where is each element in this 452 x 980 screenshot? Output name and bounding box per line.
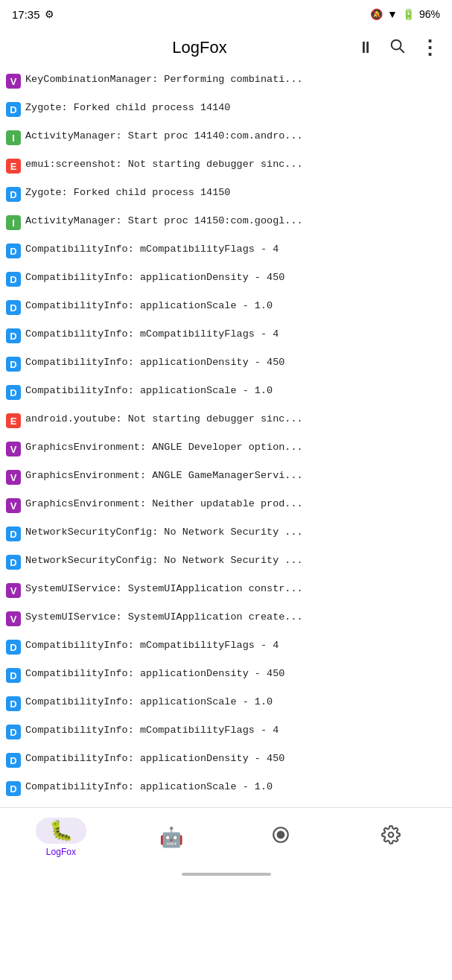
log-row: DNetworkSecurityConfig: No Network Secur… <box>0 523 452 551</box>
nav-item-android[interactable]: 🤖 <box>116 820 226 855</box>
log-level-badge-10: D <box>6 357 21 372</box>
mute-icon: 🔕 <box>370 8 383 20</box>
toolbar: LogFox ⏸ ⋮ <box>0 27 452 69</box>
battery-icon: 🔋 <box>402 8 415 20</box>
home-indicator <box>0 867 452 880</box>
log-row: VGraphicsEnvironment: ANGLE GameManagerS… <box>0 466 452 494</box>
more-options-button[interactable]: ⋮ <box>417 34 443 63</box>
log-level-badge-17: D <box>6 555 21 570</box>
log-level-badge-15: V <box>6 498 21 513</box>
settings-indicator-icon: ⚙ <box>45 8 54 20</box>
log-text-5: ActivityManager: Start proc 14150:com.go… <box>25 214 446 229</box>
app-title: LogFox <box>45 38 354 57</box>
log-row: VKeyCombinationManager: Performing combi… <box>0 70 452 98</box>
log-level-badge-4: D <box>6 187 21 202</box>
log-row: Eemui:screenshot: Not starting debugger … <box>0 155 452 183</box>
log-text-24: CompatibilityInfo: applicationDensity - … <box>25 751 446 766</box>
log-level-badge-7: D <box>6 272 21 287</box>
log-text-8: CompatibilityInfo: applicationScale - 1.… <box>25 299 446 314</box>
android-nav-icon: 🤖 <box>159 826 183 849</box>
nav-item-record[interactable] <box>226 819 337 856</box>
log-text-3: emui:screenshot: Not starting debugger s… <box>25 157 446 172</box>
log-row: DCompatibilityInfo: mCompatibilityFlags … <box>0 240 452 268</box>
log-level-badge-14: V <box>6 470 21 485</box>
log-level-badge-8: D <box>6 300 21 315</box>
log-text-15: GraphicsEnvironment: Neither updatable p… <box>25 497 446 512</box>
time-display: 17:35 <box>12 8 40 21</box>
log-text-22: CompatibilityInfo: applicationScale - 1.… <box>25 695 446 710</box>
log-row: DCompatibilityInfo: applicationScale - 1… <box>0 381 452 410</box>
log-level-badge-23: D <box>6 725 21 739</box>
log-row: DNetworkSecurityConfig: No Network Secur… <box>0 551 452 579</box>
log-level-badge-20: D <box>6 640 21 655</box>
log-text-19: SystemUIService: SystemUIApplication cre… <box>25 610 446 625</box>
log-row: DZygote: Forked child process 14150 <box>0 183 452 211</box>
log-level-badge-11: D <box>6 385 21 400</box>
log-row: IActivityManager: Start proc 14150:com.g… <box>0 211 452 240</box>
log-row: DCompatibilityInfo: applicationScale - 1… <box>0 693 452 721</box>
log-text-18: SystemUIService: SystemUIApplication con… <box>25 582 446 596</box>
record-nav-icon <box>271 825 290 850</box>
battery-percent: 96% <box>419 8 440 20</box>
log-row: DCompatibilityInfo: applicationScale - 1… <box>0 777 452 806</box>
log-text-4: Zygote: Forked child process 14150 <box>25 185 446 200</box>
log-level-badge-9: D <box>6 328 21 343</box>
pause-button[interactable]: ⏸ <box>354 35 377 60</box>
toolbar-actions: ⏸ ⋮ <box>354 34 443 63</box>
logfox-nav-label: LogFox <box>46 847 76 857</box>
log-row: DCompatibilityInfo: mCompatibilityFlags … <box>0 636 452 664</box>
log-text-14: GraphicsEnvironment: ANGLE GameManagerSe… <box>25 468 446 483</box>
log-level-badge-1: D <box>6 102 21 117</box>
log-text-6: CompatibilityInfo: mCompatibilityFlags -… <box>25 242 446 257</box>
log-text-16: NetworkSecurityConfig: No Network Securi… <box>25 525 446 540</box>
log-row: Eandroid.youtube: Not starting debugger … <box>0 410 452 438</box>
log-text-0: KeyCombinationManager: Performing combin… <box>25 72 446 87</box>
log-level-badge-2: I <box>6 130 21 145</box>
log-text-20: CompatibilityInfo: mCompatibilityFlags -… <box>25 638 446 653</box>
svg-point-4 <box>389 833 394 838</box>
log-row: VGraphicsEnvironment: ANGLE Developer op… <box>0 438 452 466</box>
status-icons: 🔕 ▼ 🔋 96% <box>370 8 440 20</box>
log-level-badge-18: V <box>6 583 21 598</box>
svg-line-1 <box>400 48 404 52</box>
status-bar: 17:35 ⚙ 🔕 ▼ 🔋 96% <box>0 0 452 27</box>
log-text-23: CompatibilityInfo: mCompatibilityFlags -… <box>25 723 446 738</box>
log-text-11: CompatibilityInfo: applicationScale - 1.… <box>25 384 446 398</box>
log-level-badge-24: D <box>6 753 21 768</box>
log-level-badge-0: V <box>6 74 21 89</box>
log-list: VKeyCombinationManager: Performing combi… <box>0 69 452 807</box>
log-text-2: ActivityManager: Start proc 14140:com.an… <box>25 129 446 144</box>
log-row: DCompatibilityInfo: applicationScale - 1… <box>0 296 452 325</box>
log-row: IActivityManager: Start proc 14140:com.a… <box>0 127 452 155</box>
logfox-nav-icon: 🐛 <box>49 819 73 841</box>
log-row: VSystemUIService: SystemUIApplication cr… <box>0 608 452 636</box>
log-level-badge-3: E <box>6 159 21 174</box>
log-row: DCompatibilityInfo: applicationDensity -… <box>0 664 452 693</box>
log-row: DCompatibilityInfo: applicationDensity -… <box>0 353 452 381</box>
log-level-badge-22: D <box>6 696 21 711</box>
search-button[interactable] <box>386 34 408 61</box>
log-text-13: GraphicsEnvironment: ANGLE Developer opt… <box>25 440 446 455</box>
log-text-25: CompatibilityInfo: applicationScale - 1.… <box>25 780 446 795</box>
log-level-badge-5: I <box>6 215 21 230</box>
wifi-icon: ▼ <box>387 8 398 20</box>
log-level-badge-16: D <box>6 526 21 541</box>
log-level-badge-19: V <box>6 611 21 626</box>
log-text-12: android.youtube: Not starting debugger s… <box>25 412 446 427</box>
log-level-badge-12: E <box>6 413 21 428</box>
log-row: DCompatibilityInfo: applicationDensity -… <box>0 749 452 777</box>
nav-item-logfox[interactable]: 🐛 LogFox <box>6 812 116 863</box>
log-text-1: Zygote: Forked child process 14140 <box>25 101 446 115</box>
log-text-9: CompatibilityInfo: mCompatibilityFlags -… <box>25 327 446 342</box>
log-row: DCompatibilityInfo: mCompatibilityFlags … <box>0 325 452 353</box>
log-text-17: NetworkSecurityConfig: No Network Securi… <box>25 553 446 568</box>
log-level-badge-21: D <box>6 668 21 683</box>
log-row: DZygote: Forked child process 14140 <box>0 98 452 127</box>
log-text-10: CompatibilityInfo: applicationDensity - … <box>25 355 446 370</box>
log-row: VGraphicsEnvironment: Neither updatable … <box>0 494 452 523</box>
log-level-badge-25: D <box>6 781 21 796</box>
log-row: DCompatibilityInfo: applicationDensity -… <box>0 268 452 296</box>
bottom-nav: 🐛 LogFox 🤖 <box>0 807 452 867</box>
settings-nav-icon <box>381 825 401 850</box>
nav-item-settings[interactable] <box>336 819 446 856</box>
